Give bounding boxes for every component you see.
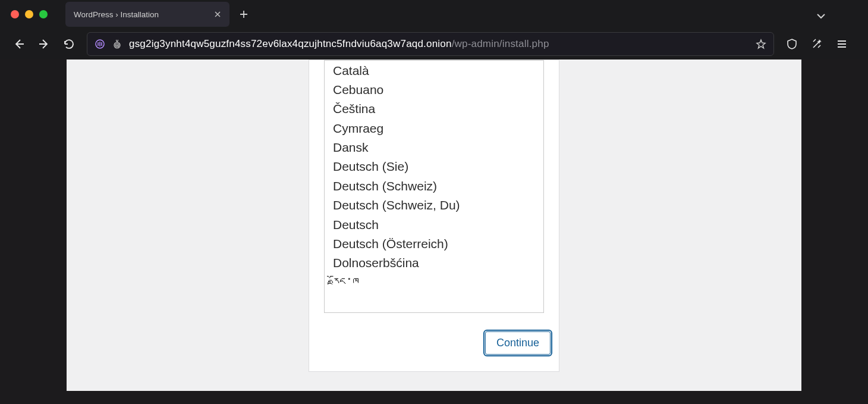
tab-bar: WordPress › Installation xyxy=(0,0,868,29)
language-option[interactable]: རྫོང་ཁ xyxy=(333,273,535,292)
language-option[interactable]: Català xyxy=(333,61,535,80)
back-button[interactable] xyxy=(12,37,26,51)
viewport: CatalàCebuanoČeštinaCymraegDanskDeutsch … xyxy=(0,59,868,404)
reload-button[interactable] xyxy=(62,37,76,51)
tor-circuit-icon[interactable] xyxy=(95,39,105,49)
language-option[interactable]: Deutsch (Österreich) xyxy=(333,234,535,253)
language-option[interactable]: Deutsch xyxy=(333,215,535,234)
language-select[interactable]: CatalàCebuanoČeštinaCymraegDanskDeutsch … xyxy=(324,60,544,313)
onion-site-icon[interactable] xyxy=(112,39,122,49)
browser-tab[interactable]: WordPress › Installation xyxy=(65,2,229,27)
window-controls xyxy=(11,10,48,18)
svg-point-3 xyxy=(117,45,118,46)
forward-button[interactable] xyxy=(37,37,51,51)
language-option[interactable] xyxy=(333,292,535,311)
language-option[interactable]: Dansk xyxy=(333,138,535,157)
continue-button[interactable]: Continue xyxy=(485,331,551,355)
browser-chrome: WordPress › Installation xyxy=(0,0,868,59)
language-option[interactable]: Čeština xyxy=(333,99,535,118)
tabs-dropdown-icon[interactable] xyxy=(816,11,826,21)
tab-title: WordPress › Installation xyxy=(74,10,159,19)
language-option[interactable]: Deutsch (Schweiz) xyxy=(333,176,535,195)
address-bar[interactable]: gsg2ig3ynht4qw5guzfn4ss72ev6lax4qzujhtnc… xyxy=(87,32,774,56)
language-option[interactable]: Ελληνικά xyxy=(333,311,535,313)
page-background: CatalàCebuanoČeštinaCymraegDanskDeutsch … xyxy=(67,59,801,391)
close-tab-icon[interactable] xyxy=(214,11,221,18)
url-host: gsg2ig3ynht4qw5guzfn4ss72ev6lax4qzujhtnc… xyxy=(129,38,452,49)
language-option[interactable]: Deutsch (Schweiz, Du) xyxy=(333,196,535,215)
toolbar-right xyxy=(785,37,849,51)
language-option[interactable]: Cymraeg xyxy=(333,118,535,137)
torify-icon[interactable] xyxy=(810,37,824,51)
url-text: gsg2ig3ynht4qw5guzfn4ss72ev6lax4qzujhtnc… xyxy=(129,38,549,50)
minimize-window-button[interactable] xyxy=(25,10,33,18)
new-tab-button[interactable] xyxy=(239,10,257,19)
language-option[interactable]: Cebuano xyxy=(333,80,535,99)
bookmark-icon[interactable] xyxy=(756,39,766,49)
language-option[interactable]: Deutsch (Sie) xyxy=(333,157,535,176)
menu-button[interactable] xyxy=(835,37,849,51)
url-path: /wp-admin/install.php xyxy=(452,38,549,49)
maximize-window-button[interactable] xyxy=(39,10,48,18)
install-panel: CatalàCebuanoČeštinaCymraegDanskDeutsch … xyxy=(309,59,559,372)
svg-point-2 xyxy=(115,43,119,47)
language-option[interactable]: Dolnoserbšćina xyxy=(333,253,535,273)
shield-icon[interactable] xyxy=(785,37,799,51)
nav-bar: gsg2ig3ynht4qw5guzfn4ss72ev6lax4qzujhtnc… xyxy=(0,29,868,59)
close-window-button[interactable] xyxy=(11,10,19,18)
